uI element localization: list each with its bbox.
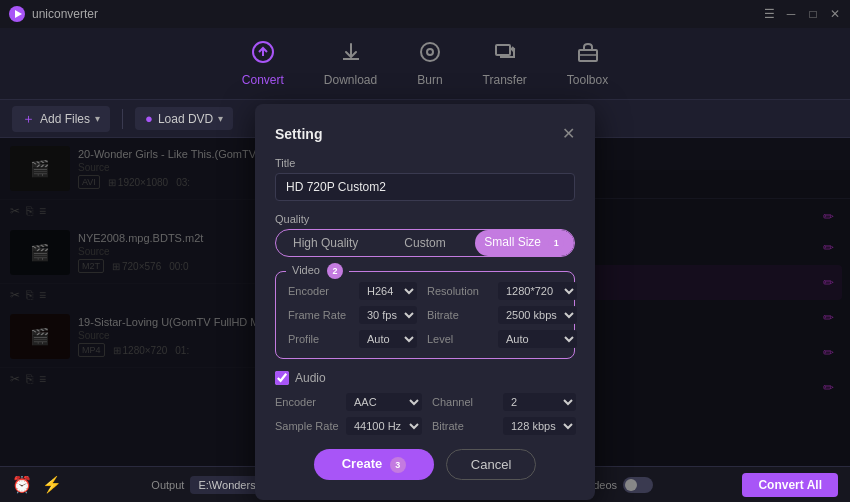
audio-encoder-select[interactable]: AAC	[346, 393, 422, 411]
modal-close-button[interactable]: ✕	[562, 124, 575, 143]
audio-grid: Encoder AAC Channel 2 Sample Rate 44100 …	[275, 393, 575, 435]
nav-item-download[interactable]: Download	[324, 40, 377, 87]
download-label: Download	[324, 73, 377, 87]
svg-point-4	[427, 49, 433, 55]
titlebar-controls: ☰ ─ □ ✕	[762, 7, 842, 21]
audio-checkbox[interactable]	[275, 371, 289, 385]
step-badge-1: 1	[548, 235, 564, 251]
minimize-icon[interactable]: ─	[784, 7, 798, 21]
convert-all-button[interactable]: Convert All	[742, 473, 838, 497]
add-files-button[interactable]: ＋ Add Files ▾	[12, 106, 110, 132]
title-input[interactable]	[275, 173, 575, 201]
dvd-icon: ●	[145, 111, 153, 126]
step-badge-2: 2	[327, 263, 343, 279]
encoder-select[interactable]: H264	[359, 282, 417, 300]
burn-icon	[418, 40, 442, 69]
transfer-icon	[493, 40, 517, 69]
audio-label: Audio	[295, 371, 326, 385]
profile-field: Profile Auto	[288, 330, 417, 348]
audio-row: Audio	[275, 371, 575, 385]
clock-icon[interactable]: ⏰	[12, 475, 32, 494]
bitrate-field: Bitrate 2500 kbps	[427, 306, 577, 324]
download-icon	[339, 40, 363, 69]
level-select[interactable]: Auto	[498, 330, 577, 348]
load-dvd-label: Load DVD	[158, 112, 213, 126]
quality-small-button[interactable]: Small Size 1	[475, 230, 574, 256]
resolution-field: Resolution 1280*720	[427, 282, 577, 300]
modal-overlay: Setting ✕ Title Quality High Quality Cus…	[0, 138, 850, 466]
quality-custom-button[interactable]: Custom	[375, 230, 474, 256]
add-files-dropdown-icon[interactable]: ▾	[95, 113, 100, 124]
audio-encoder-field: Encoder AAC	[275, 393, 422, 411]
video-settings-grid: Encoder H264 Resolution 1280*720 Frame R…	[288, 282, 562, 348]
audio-samplerate-field: Sample Rate 44100 Hz	[275, 417, 422, 435]
level-field: Level Auto	[427, 330, 577, 348]
audio-samplerate-select[interactable]: 44100 Hz	[346, 417, 422, 435]
nav-item-convert[interactable]: Convert	[242, 40, 284, 87]
transfer-label: Transfer	[483, 73, 527, 87]
menu-icon[interactable]: ☰	[762, 7, 776, 21]
convert-icon	[251, 40, 275, 69]
svg-rect-5	[496, 45, 510, 55]
encoder-field: Encoder H264	[288, 282, 417, 300]
quality-label: Quality	[275, 213, 575, 225]
navbar: Convert Download Burn Transfer	[0, 28, 850, 100]
output-label: Output	[151, 479, 184, 491]
burn-label: Burn	[417, 73, 442, 87]
titlebar: uniconverter ☰ ─ □ ✕	[0, 0, 850, 28]
video-settings-box: Video 2 Encoder H264 Resolution 1280*720	[275, 271, 575, 359]
add-icon: ＋	[22, 110, 35, 128]
close-icon[interactable]: ✕	[828, 7, 842, 21]
nav-item-transfer[interactable]: Transfer	[483, 40, 527, 87]
modal-footer: Create 3 Cancel	[275, 449, 575, 480]
framerate-select[interactable]: 30 fps	[359, 306, 417, 324]
convert-label: Convert	[242, 73, 284, 87]
setting-modal: Setting ✕ Title Quality High Quality Cus…	[255, 104, 595, 500]
app-name: uniconverter	[32, 7, 98, 21]
lightning-icon[interactable]: ⚡	[42, 475, 62, 494]
cancel-button[interactable]: Cancel	[446, 449, 536, 480]
video-box-label: Video 2	[286, 263, 349, 279]
main-area: 🎬 20-Wonder Girls - Like This.(GomTV).av…	[0, 138, 850, 466]
audio-channel-select[interactable]: 2	[503, 393, 576, 411]
svg-point-3	[421, 43, 439, 61]
title-label: Title	[275, 157, 575, 169]
toolbox-icon	[576, 40, 600, 69]
quality-selector: High Quality Custom Small Size 1	[275, 229, 575, 257]
quality-high-button[interactable]: High Quality	[276, 230, 375, 256]
app-logo-icon	[8, 5, 26, 23]
step-badge-3: 3	[390, 457, 406, 473]
nav-item-toolbox[interactable]: Toolbox	[567, 40, 608, 87]
create-button[interactable]: Create 3	[314, 449, 434, 480]
bitrate-select[interactable]: 2500 kbps	[498, 306, 577, 324]
toolbar-separator	[122, 109, 123, 129]
resolution-select[interactable]: 1280*720	[498, 282, 577, 300]
profile-select[interactable]: Auto	[359, 330, 417, 348]
framerate-field: Frame Rate 30 fps	[288, 306, 417, 324]
modal-title: Setting	[275, 126, 322, 142]
dvd-dropdown-icon[interactable]: ▾	[218, 113, 223, 124]
bottom-icons: ⏰ ⚡	[12, 475, 62, 494]
toolbox-label: Toolbox	[567, 73, 608, 87]
titlebar-left: uniconverter	[8, 5, 98, 23]
nav-item-burn[interactable]: Burn	[417, 40, 442, 87]
merge-toggle[interactable]	[623, 477, 653, 493]
audio-channel-field: Channel 2	[432, 393, 576, 411]
load-dvd-button[interactable]: ● Load DVD ▾	[135, 107, 233, 130]
audio-bitrate-select[interactable]: 128 kbps	[503, 417, 576, 435]
maximize-icon[interactable]: □	[806, 7, 820, 21]
modal-header: Setting ✕	[275, 124, 575, 143]
audio-bitrate-field: Bitrate 128 kbps	[432, 417, 576, 435]
add-files-label: Add Files	[40, 112, 90, 126]
